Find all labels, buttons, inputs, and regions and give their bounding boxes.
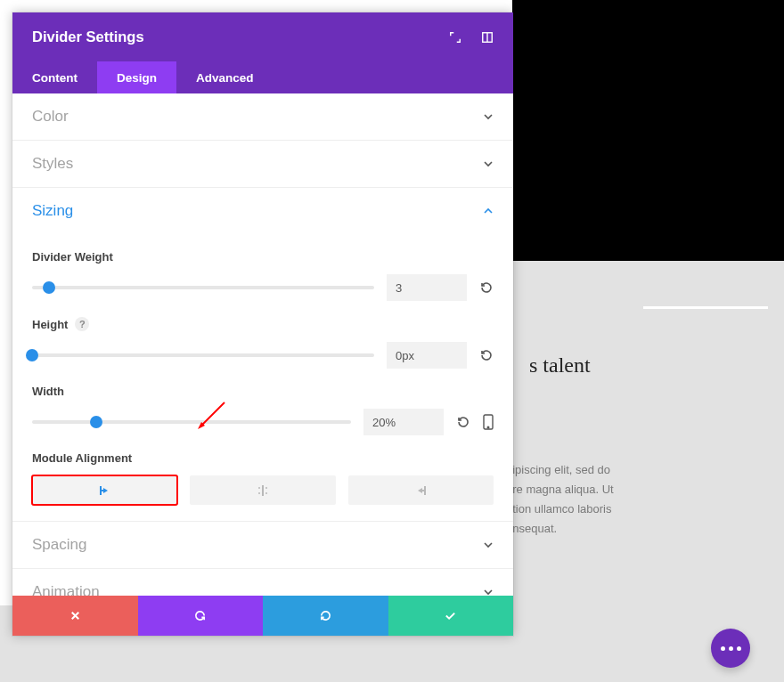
help-icon[interactable]: ? [75,317,89,331]
close-icon [69,609,82,622]
header-icons [449,31,494,44]
label-width: Width [32,385,494,398]
svg-rect-5 [262,485,264,496]
align-left-icon [95,484,115,497]
slider-thumb[interactable] [90,416,102,428]
section-spacing: Spacing [12,522,513,569]
section-title-spacing: Spacing [32,536,86,554]
svg-rect-10 [424,486,426,495]
check-icon [444,609,457,622]
panel-layout-icon[interactable] [481,31,494,44]
panel-title: Divider Settings [32,28,144,45]
section-header-sizing[interactable]: Sizing [12,188,513,234]
preview-body-line: ation ullamco laboris [506,502,612,516]
chevron-down-icon [483,540,494,550]
sizing-content: Divider Weight 3 Height ? [12,250,513,521]
svg-point-8 [258,492,260,494]
section-color: Color [12,93,513,141]
label-module-alignment: Module Alignment [32,451,494,465]
chevron-up-icon [483,206,494,216]
panel-footer [12,596,513,636]
device-icon[interactable] [483,414,494,430]
redo-icon [319,609,332,622]
field-module-alignment: Module Alignment [32,451,494,505]
section-title-animation: Animation [32,583,100,596]
slider-thumb[interactable] [43,281,55,294]
section-header-animation[interactable]: Animation [12,569,513,596]
section-header-color[interactable]: Color [12,93,513,140]
section-styles: Styles [12,141,513,188]
preview-body-text: dipiscing elit, sed do ore magna aliqua.… [506,460,782,539]
svg-point-6 [258,487,260,489]
preview-dark-region [512,0,784,261]
label-height-text: Height [32,318,68,331]
cancel-button[interactable] [12,596,138,636]
chevron-down-icon [483,111,494,122]
field-width: Width 20% [32,385,494,435]
chevron-down-icon [483,587,494,596]
undo-icon [193,609,207,622]
slider-width[interactable] [32,420,351,424]
svg-point-7 [265,487,267,489]
value-width[interactable]: 20% [363,409,444,435]
svg-point-9 [265,492,267,494]
section-title-sizing: Sizing [32,202,73,220]
align-center-icon [253,484,273,497]
field-height: Height ? 0px [32,317,494,369]
tab-advanced[interactable]: Advanced [176,61,274,93]
slider-divider-weight[interactable] [32,286,374,289]
section-sizing: Sizing Divider Weight 3 He [12,188,513,522]
panel-body: Color Styles Sizing Divider Weight [12,93,513,596]
align-center-button[interactable] [190,475,335,505]
chevron-down-icon [483,158,494,169]
preview-body-line: dipiscing elit, sed do [506,463,610,476]
reset-icon[interactable] [479,280,494,295]
field-divider-weight: Divider Weight 3 [32,250,494,301]
preview-body-line: onsequat. [506,522,557,535]
label-height: Height ? [32,317,494,331]
preview-heading-fragment: s talent [529,353,591,378]
more-icon [721,646,741,651]
section-header-styles[interactable]: Styles [12,141,513,187]
section-title-color: Color [32,108,69,126]
reset-icon[interactable] [456,415,470,429]
undo-button[interactable] [138,596,264,636]
panel-header: Divider Settings [12,12,513,61]
tab-content[interactable]: Content [12,61,97,93]
more-fab[interactable] [711,629,750,668]
align-right-icon [411,484,430,497]
align-right-button[interactable] [348,475,494,505]
tab-design[interactable]: Design [97,61,176,93]
value-divider-weight[interactable]: 3 [387,274,467,301]
section-header-spacing[interactable]: Spacing [12,522,513,568]
section-animation: Animation [12,569,513,596]
save-button[interactable] [388,596,514,636]
redo-button[interactable] [263,596,388,636]
svg-point-3 [487,426,489,428]
slider-height[interactable] [32,353,374,357]
section-title-styles: Styles [32,155,73,173]
preview-body-line: ore magna aliqua. Ut [506,483,614,496]
label-divider-weight: Divider Weight [32,250,494,264]
reset-icon[interactable] [479,348,494,362]
tab-bar: Content Design Advanced [12,61,513,93]
divider-settings-panel: Divider Settings Content Design Advanced… [12,12,513,636]
align-left-button[interactable] [32,475,177,505]
preview-divider-line [643,306,768,309]
svg-rect-4 [100,486,102,495]
value-height[interactable]: 0px [387,342,467,369]
slider-thumb[interactable] [26,349,38,361]
expand-icon[interactable] [449,31,461,44]
